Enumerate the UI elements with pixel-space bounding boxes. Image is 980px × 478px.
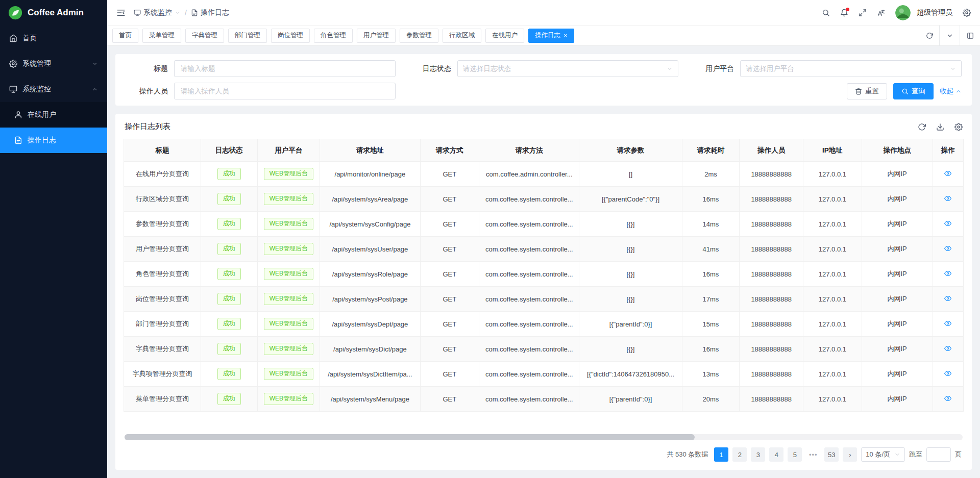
tab-item[interactable]: 菜单管理 [142, 29, 181, 43]
filter-panel: 标题 日志状态 请选择日志状态 用户平台 请选择用户平台 [115, 54, 972, 106]
view-detail-button[interactable] [944, 295, 951, 302]
reset-button-label: 重置 [865, 87, 879, 96]
close-icon[interactable]: × [564, 32, 568, 39]
table-body: 在线用户分页查询成功WEB管理后台/api/monitor/online/pag… [124, 162, 964, 412]
page-button[interactable]: 4 [769, 447, 783, 462]
page-button[interactable]: 3 [751, 447, 765, 462]
log-status-select[interactable]: 请选择日志状态 [457, 60, 679, 77]
sidebar-item-label: 操作日志 [28, 136, 56, 145]
cell-request-method: GET [420, 162, 479, 187]
pagination-ellipsis[interactable]: ••• [806, 447, 820, 462]
chevron-down-icon [946, 32, 953, 39]
cell-location: 内网IP [862, 362, 933, 387]
tab-item[interactable]: 参数管理 [400, 29, 438, 43]
title-input[interactable] [174, 60, 396, 77]
settings-button[interactable] [963, 9, 971, 17]
sidebar-item-system-management[interactable]: 系统管理 [0, 51, 107, 77]
global-search-button[interactable] [822, 9, 830, 17]
sidebar-item-online-users[interactable]: 在线用户 [0, 102, 107, 128]
tab-item[interactable]: 角色管理 [314, 29, 353, 43]
reset-button[interactable]: 重置 [847, 83, 887, 99]
jump-page-input[interactable] [926, 447, 951, 462]
sidebar-item-operation-log[interactable]: 操作日志 [0, 128, 107, 153]
search-button[interactable]: 查询 [893, 83, 934, 99]
horizontal-scrollbar[interactable] [125, 434, 963, 440]
tab-item[interactable]: 操作日志× [528, 29, 574, 43]
tab-label: 参数管理 [406, 31, 432, 40]
notifications-button[interactable] [840, 9, 848, 17]
view-detail-button[interactable] [944, 170, 951, 177]
view-detail-button[interactable] [944, 395, 951, 402]
status-badge: 成功 [217, 343, 241, 355]
tab-label: 首页 [119, 31, 132, 40]
cell-request-method: GET [420, 212, 479, 237]
sidebar-item-system-monitor[interactable]: 系统监控 [0, 77, 107, 102]
chevron-down-icon [894, 451, 900, 458]
view-detail-button[interactable] [944, 245, 951, 252]
sidebar-submenu: 在线用户 操作日志 [0, 102, 107, 153]
pagination: 共 530 条数据 12345•••53 › 10 条/页 跳至 页 [124, 440, 964, 465]
tab-item[interactable]: 字典管理 [185, 29, 224, 43]
view-detail-button[interactable] [944, 345, 951, 352]
view-detail-button[interactable] [944, 220, 951, 227]
table-row: 字典项管理分页查询成功WEB管理后台/api/system/sysDictIte… [124, 362, 964, 387]
view-detail-button[interactable] [944, 195, 951, 202]
view-detail-button[interactable] [944, 270, 951, 277]
column-header: 操作人员 [740, 139, 803, 162]
app-logo[interactable]: Coffee Admin [0, 0, 107, 26]
log-list-card: 操作日志列表 [115, 114, 972, 470]
sidebar-item-home[interactable]: 首页 [0, 26, 107, 51]
column-header: 操作 [933, 139, 963, 162]
cell-ip: 127.0.0.1 [803, 262, 862, 287]
tab-options-button[interactable] [939, 26, 960, 45]
cell-request-method: GET [420, 237, 479, 262]
cell-request-params: [{}] [579, 237, 682, 262]
status-badge: 成功 [217, 218, 241, 230]
user-platform-select[interactable]: 请选择用户平台 [740, 60, 962, 77]
content-fullscreen-button[interactable] [960, 26, 980, 45]
logo-icon [8, 6, 22, 20]
column-header: 请求方法 [479, 139, 579, 162]
breadcrumb-item-system-monitor[interactable]: 系统监控 [134, 8, 181, 17]
cell-operator: 18888888888 [740, 212, 803, 237]
breadcrumb-item-operation-log[interactable]: 操作日志 [191, 8, 229, 17]
view-detail-button[interactable] [944, 320, 951, 327]
cell-request-function: com.coffee.system.controlle... [479, 212, 579, 237]
cell-location: 内网IP [862, 187, 933, 212]
table-row: 角色管理分页查询成功WEB管理后台/api/system/sysRole/pag… [124, 262, 964, 287]
page-button[interactable]: 2 [732, 447, 747, 462]
tab-item[interactable]: 首页 [112, 29, 138, 43]
menu-fold-button[interactable] [116, 8, 126, 17]
language-button[interactable] [877, 9, 885, 17]
layout-icon [967, 32, 974, 39]
cell-title: 参数管理分页查询 [124, 212, 201, 237]
scrollbar-thumb[interactable] [125, 434, 695, 440]
refresh-table-button[interactable] [918, 123, 926, 131]
tab-item[interactable]: 用户管理 [357, 29, 396, 43]
next-page-button[interactable]: › [843, 447, 857, 462]
page-button[interactable]: 5 [788, 447, 802, 462]
tab-item[interactable]: 行政区域 [443, 29, 481, 43]
column-settings-button[interactable] [954, 123, 963, 131]
page-button[interactable]: 1 [714, 447, 728, 462]
page-button[interactable]: 53 [824, 447, 839, 462]
column-header: 请求方式 [420, 139, 479, 162]
page-size-select[interactable]: 10 条/页 [861, 447, 905, 462]
tab-item[interactable]: 岗位管理 [271, 29, 310, 43]
column-header: 请求参数 [579, 139, 682, 162]
operator-input[interactable] [174, 83, 396, 99]
view-detail-button[interactable] [944, 370, 951, 377]
username[interactable]: 超级管理员 [917, 8, 952, 17]
tab-item[interactable]: 部门管理 [228, 29, 267, 43]
status-badge: 成功 [217, 243, 241, 255]
app-root: Coffee Admin 首页 系统管理 系统监控 在线用户 [0, 0, 980, 478]
cell-request-params: [] [579, 162, 682, 187]
collapse-toggle[interactable]: 收起 [940, 87, 962, 96]
column-header: 操作地点 [862, 139, 933, 162]
avatar[interactable] [895, 5, 911, 20]
fullscreen-button[interactable] [859, 9, 867, 17]
cell-request-function: com.coffee.system.controlle... [479, 287, 579, 312]
refresh-tab-button[interactable] [919, 26, 939, 45]
tab-item[interactable]: 在线用户 [485, 29, 524, 43]
export-button[interactable] [936, 123, 944, 131]
